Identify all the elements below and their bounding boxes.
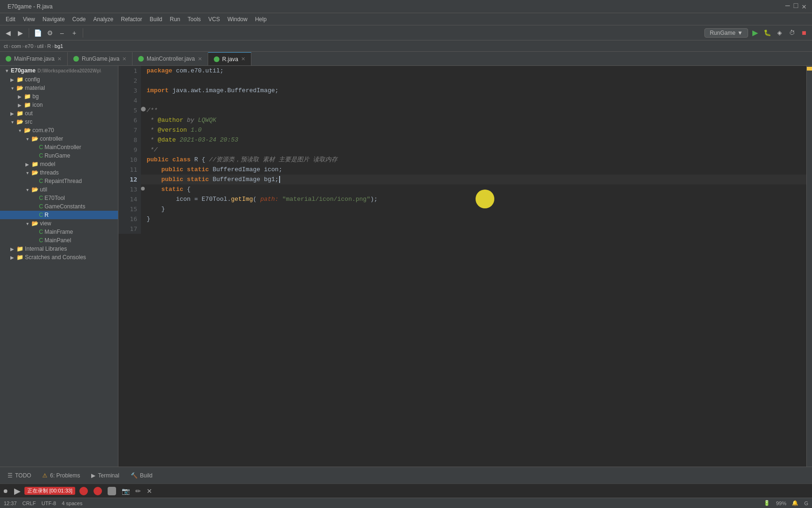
coverage-button[interactable]: ◈ <box>774 28 785 38</box>
sidebar-item-icon[interactable]: ▶ 📁 icon <box>0 101 118 109</box>
menu-edit[interactable]: Edit <box>2 15 19 24</box>
battery-level: 99% <box>776 500 786 506</box>
file-icon-gameconstants: C <box>39 203 43 210</box>
bottom-tab-build[interactable]: 🔨 Build <box>126 469 157 482</box>
sidebar-item-internallibs[interactable]: ▶ 📁 Internal Libraries <box>0 245 118 253</box>
forward-button[interactable]: ▶ <box>15 28 25 38</box>
menu-refactor[interactable]: Refactor <box>117 15 146 24</box>
sidebar-item-r[interactable]: C R <box>0 211 118 219</box>
sidebar-item-out[interactable]: ▶ 📁 out <box>0 109 118 118</box>
camera-button[interactable]: 📷 <box>122 487 130 495</box>
code-content-3: import java.awt.image.BufferedImage; <box>141 86 806 95</box>
sidebar-item-rungame[interactable]: C RunGame <box>0 151 118 160</box>
recent-files-button[interactable]: 📄 <box>32 28 43 38</box>
profile-button[interactable]: ⏱ <box>787 28 797 38</box>
bc-util[interactable]: util <box>37 43 44 49</box>
bottom-tab-terminal[interactable]: ▶ Terminal <box>86 469 124 482</box>
menu-run[interactable]: Run <box>166 15 184 24</box>
stop-button[interactable]: ■ <box>799 28 809 38</box>
bc-e70[interactable]: e70 <box>25 43 33 49</box>
ln-8: 8 <box>118 135 141 145</box>
code-line-4: 4 <box>118 95 806 105</box>
menu-navigate[interactable]: Navigate <box>39 15 68 24</box>
folder-icon-view: 📂 <box>31 220 39 227</box>
ln-10: 10 <box>118 155 141 165</box>
tab-mainframe[interactable]: MainFrame.java ✕ <box>0 52 68 65</box>
bc-sep4: › <box>45 43 47 49</box>
pen-button[interactable]: ✏ <box>135 487 141 495</box>
play-button[interactable]: ▶ <box>13 486 22 496</box>
sidebar-item-e70tool[interactable]: C E70Tool <box>0 194 118 202</box>
build-label: Build <box>140 472 153 479</box>
menu-help[interactable]: Help <box>251 15 271 24</box>
debug-button[interactable]: 🐛 <box>762 28 773 38</box>
todo-icon: ☰ <box>8 472 13 479</box>
menu-analyze[interactable]: Analyze <box>90 15 117 24</box>
expand-button[interactable]: + <box>69 28 79 38</box>
bc-bg1[interactable]: bg1 <box>55 43 63 49</box>
bc-com[interactable]: com <box>11 43 21 49</box>
menu-view[interactable]: View <box>19 15 39 24</box>
sidebar-item-bg[interactable]: ▶ 📁 bg <box>0 92 118 101</box>
file-icon-maincontroller: C <box>39 144 43 151</box>
right-stripe <box>806 66 812 467</box>
tab-label-mainframe: MainFrame.java <box>14 56 55 62</box>
tab-close-mainframe[interactable]: ✕ <box>57 56 62 62</box>
close-recording-button[interactable]: ✕ <box>147 487 152 495</box>
sidebar-item-mainframe[interactable]: C MainFrame <box>0 228 118 236</box>
close-btn[interactable]: ✕ <box>802 2 806 11</box>
sidebar-item-threads[interactable]: ▾ 📂 threads <box>0 168 118 177</box>
sidebar-label-threads: threads <box>40 169 59 176</box>
menu-window[interactable]: Window <box>224 15 251 24</box>
sidebar-item-maincontroller[interactable]: C MainController <box>0 143 118 151</box>
menu-vcs[interactable]: VCS <box>204 15 224 24</box>
sidebar-item-model[interactable]: ▶ 📁 model <box>0 160 118 168</box>
editor-scroll[interactable]: 1 package com.e70.util; 2 3 i <box>118 66 806 467</box>
status-line-ending: CRLF <box>23 500 36 506</box>
file-icon-mainframe: C <box>39 229 43 235</box>
back-button[interactable]: ◀ <box>3 28 13 38</box>
tab-r[interactable]: R.java ✕ <box>208 52 251 65</box>
tab-maincontroller[interactable]: MainController.java ✕ <box>133 52 208 65</box>
pause-button[interactable] <box>108 487 116 495</box>
record-stop-button[interactable] <box>79 487 88 495</box>
tab-close-r[interactable]: ✕ <box>241 56 245 62</box>
code-line-10: 10 public class R { //资源类，预读取 素材 主要是图片 读… <box>118 155 806 165</box>
sidebar-label-util: util <box>40 186 47 193</box>
sidebar-item-material[interactable]: ▾ 📂 material <box>0 84 118 92</box>
sidebar-item-scratches[interactable]: ▶ 📁 Scratches and Consoles <box>0 253 118 262</box>
build-icon: 🔨 <box>131 472 138 479</box>
ln-15: 15 <box>118 204 141 214</box>
bottom-tab-todo[interactable]: ☰ TODO <box>3 469 36 482</box>
tab-rungame[interactable]: RunGame.java ✕ <box>68 52 133 65</box>
code-content-11: public static BufferedImage icon; <box>141 165 806 175</box>
breadcrumb: ct › com › e70 › util › R › bg1 <box>0 40 812 52</box>
menu-code[interactable]: Code <box>69 15 90 24</box>
sidebar-item-controller[interactable]: ▾ 📂 controller <box>0 135 118 143</box>
sidebar-item-mainpanel[interactable]: C MainPanel <box>0 236 118 245</box>
run-config-button[interactable]: RunGame ▼ <box>704 28 748 38</box>
bc-r[interactable]: R <box>47 43 51 49</box>
record-button[interactable] <box>94 487 102 495</box>
sidebar-item-come70[interactable]: ▾ 📂 com.e70 <box>0 126 118 135</box>
tab-close-maincontroller[interactable]: ✕ <box>198 56 202 62</box>
menu-build[interactable]: Build <box>146 15 166 24</box>
bottom-tab-problems[interactable]: ⚠ 6: Problems <box>38 469 85 482</box>
run-button[interactable]: ▶ <box>750 28 760 38</box>
sidebar-project-root[interactable]: ▾ E70game D:\Workspace\Idea20202Wp\ <box>0 66 118 75</box>
sidebar-item-repaintthread[interactable]: C RepaintThread <box>0 177 118 185</box>
tab-close-rungame[interactable]: ✕ <box>122 56 126 62</box>
maximize-btn[interactable]: □ <box>794 2 798 11</box>
sidebar-item-config[interactable]: ▶ 📁 config <box>0 75 118 84</box>
sidebar-item-src[interactable]: ▾ 📂 src <box>0 118 118 126</box>
code-content-9: */ <box>141 145 806 155</box>
collapse-button[interactable]: – <box>57 28 67 38</box>
minimize-btn[interactable]: ─ <box>785 2 790 11</box>
sidebar-item-view[interactable]: ▾ 📂 view <box>0 219 118 228</box>
settings-button[interactable]: ⚙ <box>45 28 55 38</box>
ln-17: 17 <box>118 224 141 234</box>
sidebar-item-gameconstants[interactable]: C GameConstants <box>0 202 118 211</box>
menu-tools[interactable]: Tools <box>184 15 204 24</box>
bc-ct[interactable]: ct <box>4 43 8 49</box>
sidebar-item-util[interactable]: ▾ 📂 util <box>0 185 118 194</box>
